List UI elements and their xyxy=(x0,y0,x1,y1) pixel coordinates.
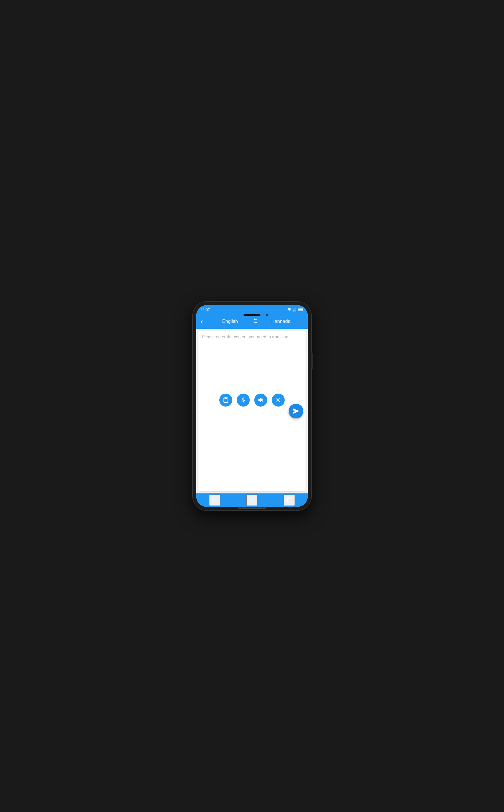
source-language-button[interactable]: English xyxy=(210,319,250,324)
svg-rect-8 xyxy=(288,498,291,502)
bottom-nav xyxy=(196,493,308,507)
input-section xyxy=(198,331,306,411)
earpiece xyxy=(244,314,260,316)
action-buttons xyxy=(202,391,302,409)
svg-rect-0 xyxy=(293,310,293,312)
clear-button[interactable] xyxy=(272,394,285,407)
clear-icon xyxy=(275,397,281,403)
svg-rect-3 xyxy=(296,308,296,312)
output-section xyxy=(198,411,306,491)
main-content xyxy=(196,329,308,493)
svg-rect-1 xyxy=(294,309,294,312)
svg-rect-5 xyxy=(303,309,303,310)
target-language-button[interactable]: Kannada xyxy=(261,319,301,324)
phone-frame: 11:07 xyxy=(193,302,311,510)
svg-rect-2 xyxy=(295,309,295,312)
input-wrapper xyxy=(196,329,308,411)
phone-screen: 11:07 xyxy=(196,305,308,507)
translate-button[interactable] xyxy=(289,404,303,418)
output-wrapper xyxy=(196,411,308,493)
back-button[interactable]: ‹ xyxy=(201,316,205,327)
microphone-button[interactable] xyxy=(237,394,250,407)
home-bar xyxy=(238,507,266,509)
send-icon xyxy=(292,407,300,415)
nav-recents-button[interactable] xyxy=(284,495,295,506)
nav-back-icon xyxy=(212,498,217,503)
battery-icon xyxy=(298,308,303,311)
wifi-icon xyxy=(287,308,291,312)
svg-rect-6 xyxy=(298,308,302,310)
nav-back-button[interactable] xyxy=(209,495,220,506)
paste-button[interactable] xyxy=(219,394,232,407)
nav-home-icon xyxy=(249,498,255,503)
nav-recents-icon xyxy=(287,498,291,502)
app-toolbar: ‹ English Kannada xyxy=(196,314,308,329)
microphone-icon xyxy=(240,397,246,403)
status-bar: 11:07 xyxy=(196,305,308,314)
signal-icon xyxy=(293,308,297,312)
speaker-button[interactable] xyxy=(254,394,267,407)
paste-icon xyxy=(223,397,229,403)
input-textarea[interactable] xyxy=(202,334,302,391)
svg-point-7 xyxy=(250,498,254,502)
speaker-icon xyxy=(258,397,264,403)
swap-languages-button[interactable] xyxy=(250,317,261,326)
nav-home-button[interactable] xyxy=(246,495,258,506)
status-icons xyxy=(287,308,303,312)
status-time: 11:07 xyxy=(201,308,210,312)
